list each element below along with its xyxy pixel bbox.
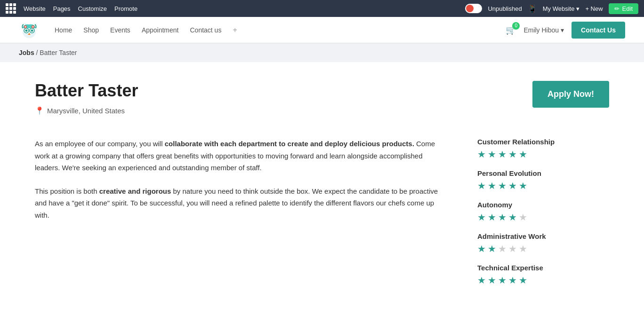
edit-button[interactable]: ✏ Edit [609,3,638,14]
skill-stars: ★★★★★ [477,149,590,160]
cart-icon[interactable]: 🛒 0 [506,25,516,35]
contact-us-button[interactable]: Contact Us [572,22,625,39]
site-nav: Home Shop Events Appointment Contact us … [0,17,644,43]
nav-shop[interactable]: Shop [83,26,99,34]
skill-item: Administrative Work★★★★★ [477,232,590,254]
star-filled: ★ [477,275,486,286]
star-empty: ★ [519,243,527,254]
nav-add-icon[interactable]: + [233,26,237,34]
publish-toggle[interactable] [465,4,482,13]
job-location: 📍 Marysville, United States [35,106,138,115]
chevron-down-icon: ▾ [576,5,580,12]
skill-name: Personal Evolution [477,169,590,177]
star-filled: ★ [519,180,527,191]
svg-point-8 [25,26,26,27]
star-filled: ★ [498,180,507,191]
skill-item: Personal Evolution★★★★★ [477,169,590,191]
job-header: Batter Taster 📍 Marysville, United State… [35,81,609,115]
nav-home[interactable]: Home [55,26,72,34]
star-empty: ★ [519,212,527,223]
star-empty: ★ [498,243,507,254]
skill-item: Autonomy★★★★★ [477,201,590,223]
job-title-section: Batter Taster 📍 Marysville, United State… [35,81,138,115]
user-menu[interactable]: Emily Hibou ▾ [523,26,564,34]
my-website-button[interactable]: My Website ▾ [543,5,580,12]
star-filled: ★ [519,275,527,286]
admin-customize-link[interactable]: Customize [78,5,107,12]
breadcrumb: Jobs / Batter Taster [0,43,644,62]
nav-right: 🛒 0 Emily Hibou ▾ Contact Us [506,22,625,39]
star-filled: ★ [508,149,517,160]
nav-events[interactable]: Events [110,26,130,34]
svg-point-3 [25,29,28,32]
skill-name: Administrative Work [477,232,590,240]
job-title: Batter Taster [35,81,138,101]
admin-pages-link[interactable]: Pages [53,5,71,12]
nav-links: Home Shop Events Appointment Contact us … [55,26,506,34]
admin-promote-link[interactable]: Promote [114,5,137,12]
skill-name: Technical Expertise [477,264,590,272]
breadcrumb-current: Batter Taster [40,49,77,56]
star-filled: ★ [519,149,527,160]
nav-appointment[interactable]: Appointment [142,26,179,34]
chevron-down-icon: ▾ [561,26,564,34]
star-empty: ★ [508,243,517,254]
publish-status: Unpublished [488,5,522,12]
skill-name: Customer Relationship [477,138,590,146]
job-description: As an employee of our company, you will … [35,138,440,295]
main-content: Batter Taster 📍 Marysville, United State… [16,62,628,323]
site-logo[interactable] [19,20,40,40]
mobile-preview-icon[interactable]: 📱 [528,4,537,13]
admin-bar: Website Pages Customize Promote Unpublis… [0,0,644,17]
skill-item: Technical Expertise★★★★★ [477,264,590,286]
admin-website-link[interactable]: Website [24,5,46,12]
location-pin-icon: 📍 [35,106,44,115]
job-desc-para1: As an employee of our company, you will … [35,138,440,174]
apply-now-button[interactable]: Apply Now! [532,81,609,108]
skill-item: Customer Relationship★★★★★ [477,138,590,160]
star-filled: ★ [477,212,486,223]
star-filled: ★ [488,180,496,191]
star-filled: ★ [488,212,496,223]
cart-badge: 0 [512,22,520,30]
star-filled: ★ [488,275,496,286]
star-filled: ★ [498,275,507,286]
svg-point-9 [32,26,34,27]
job-location-text: Marysville, United States [47,107,125,115]
star-filled: ★ [477,243,486,254]
star-filled: ★ [477,149,486,160]
job-skills: Customer Relationship★★★★★Personal Evolu… [477,138,590,295]
star-filled: ★ [508,212,517,223]
star-filled: ★ [498,149,507,160]
pencil-icon: ✏ [614,5,620,12]
star-filled: ★ [488,243,496,254]
apps-icon[interactable] [6,3,16,14]
skill-stars: ★★★★★ [477,275,590,286]
job-body: As an employee of our company, you will … [35,138,609,295]
skill-stars: ★★★★★ [477,180,590,191]
star-filled: ★ [488,149,496,160]
user-name: Emily Hibou [523,26,559,34]
svg-point-4 [31,29,33,32]
skill-stars: ★★★★★ [477,212,590,223]
star-filled: ★ [477,180,486,191]
star-filled: ★ [508,275,517,286]
nav-contact-us[interactable]: Contact us [190,26,221,34]
job-desc-para2: This position is both creative and rigor… [35,185,440,221]
star-filled: ★ [508,180,517,191]
new-button[interactable]: + New [585,5,603,12]
skill-stars: ★★★★★ [477,243,590,254]
skill-name: Autonomy [477,201,590,209]
star-filled: ★ [498,212,507,223]
breadcrumb-parent[interactable]: Jobs [19,49,34,56]
